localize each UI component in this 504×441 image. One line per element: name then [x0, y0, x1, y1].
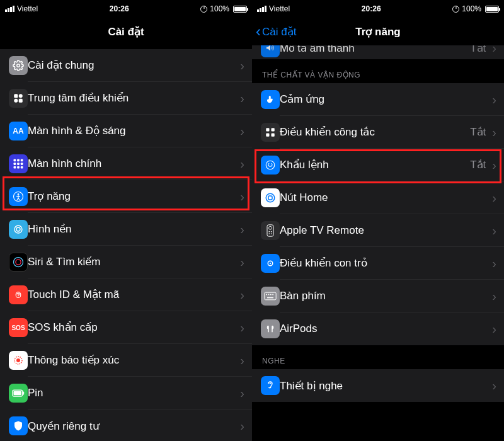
svg-rect-46 — [272, 294, 273, 295]
row-label: Apple TV Remote — [280, 224, 486, 237]
svg-point-29 — [266, 161, 275, 169]
svg-rect-5 — [14, 159, 16, 162]
row-sos[interactable]: SOS SOS khẩn cấp› — [0, 311, 252, 344]
clock-label: 20:26 — [110, 4, 129, 13]
siri-icon — [9, 253, 28, 272]
row-touch[interactable]: Cảm ứng› — [252, 83, 504, 116]
svg-point-18 — [14, 258, 23, 267]
row-label: SOS khẩn cấp — [28, 321, 234, 334]
chevron-left-icon: ‹ — [256, 24, 261, 39]
svg-rect-45 — [270, 294, 272, 295]
speech-icon — [261, 45, 280, 57]
chevron-right-icon: › — [240, 289, 244, 301]
home-button-icon — [261, 188, 280, 207]
row-privacy[interactable]: Quyền riêng tư› — [0, 410, 252, 441]
exposure-icon — [9, 351, 28, 370]
battery-icon — [233, 6, 247, 13]
settings-list[interactable]: Cài đặt chung› Trung tâm điều khiển› AA … — [0, 45, 252, 441]
row-wallpaper[interactable]: Hình nền› — [0, 213, 252, 246]
control-center-icon — [9, 89, 28, 108]
row-label: Điều khiển con trỏ — [280, 256, 486, 270]
chevron-right-icon: › — [492, 126, 496, 139]
back-label: Cài đặt — [262, 25, 296, 38]
signal-icon — [257, 6, 266, 12]
fingerprint-icon — [9, 285, 28, 304]
row-hearing-devices[interactable]: Thiết bị nghe› — [252, 369, 504, 402]
row-label: Trợ năng — [28, 190, 234, 203]
signal-icon — [5, 6, 14, 12]
svg-point-21 — [17, 359, 20, 362]
row-label: Màn hình chính — [28, 158, 234, 170]
row-label: Bàn phím — [280, 290, 486, 302]
row-label: Touch ID & Mật mã — [28, 288, 234, 301]
row-siri[interactable]: Siri & Tìm kiếm› — [0, 246, 252, 278]
chevron-right-icon: › — [240, 223, 244, 236]
row-label: Thiết bị nghe — [280, 379, 486, 392]
svg-rect-33 — [268, 196, 272, 200]
svg-rect-6 — [17, 159, 20, 162]
display-icon: AA — [9, 122, 28, 140]
alarm-icon — [452, 6, 459, 13]
svg-point-35 — [269, 226, 272, 229]
row-home-button[interactable]: Nút Home› — [252, 181, 504, 214]
airpods-icon — [261, 319, 280, 338]
chevron-right-icon: › — [492, 159, 496, 171]
svg-rect-25 — [266, 128, 269, 131]
row-label: Quyền riêng tư — [28, 420, 234, 433]
row-battery[interactable]: Pin› — [0, 377, 252, 410]
row-voice-control[interactable]: Khẩu lệnhTắt› — [252, 149, 504, 181]
row-label: Cài đặt chung — [28, 59, 234, 72]
row-exposure[interactable]: Thông báo tiếp xúc› — [0, 344, 252, 377]
row-control-center[interactable]: Trung tâm điều khiển› — [0, 82, 252, 115]
svg-point-16 — [16, 227, 20, 231]
chevron-right-icon: › — [492, 224, 496, 237]
svg-point-15 — [18, 193, 20, 195]
row-airpods[interactable]: AirPods› — [252, 312, 504, 345]
accessibility-list[interactable]: Mô tả âm thanhTắt› THỂ CHẤT VÀ VẬN ĐỘNG … — [252, 45, 504, 441]
row-label: AirPods — [280, 323, 486, 335]
row-accessibility[interactable]: Trợ năng› — [0, 180, 252, 213]
row-label: Khẩu lệnh — [280, 158, 464, 171]
row-general[interactable]: Cài đặt chung› — [0, 49, 252, 82]
row-apple-tv-remote[interactable]: Apple TV Remote› — [252, 214, 504, 247]
row-audio-desc[interactable]: Mô tả âm thanhTắt› — [252, 45, 504, 59]
svg-rect-28 — [272, 134, 275, 137]
row-switch-control[interactable]: Điều khiển công tắcTắt› — [252, 116, 504, 149]
carrier-label: Viettel — [17, 4, 38, 13]
svg-rect-12 — [17, 166, 20, 169]
accessibility-icon — [9, 187, 28, 206]
battery-pct: 100% — [462, 4, 481, 13]
row-touch-id[interactable]: Touch ID & Mật mã› — [0, 278, 252, 311]
home-screen-icon — [9, 154, 28, 173]
svg-rect-10 — [21, 163, 23, 165]
svg-point-39 — [271, 233, 272, 234]
back-button[interactable]: ‹ Cài đặt — [256, 24, 296, 39]
row-keyboard[interactable]: Bàn phím› — [252, 280, 504, 312]
voice-control-icon — [261, 156, 280, 175]
phone-right-accessibility: Viettel 20:26 100% ‹ Cài đặt Trợ năng Mô… — [252, 0, 504, 441]
gear-icon — [9, 56, 28, 75]
chevron-right-icon: › — [240, 190, 244, 203]
wallpaper-icon — [9, 220, 28, 239]
svg-rect-8 — [14, 163, 16, 165]
keyboard-icon — [261, 287, 280, 306]
remote-icon — [261, 221, 280, 240]
row-display[interactable]: AA Màn hình & Độ sáng› — [0, 115, 252, 147]
chevron-right-icon: › — [240, 92, 244, 105]
svg-rect-23 — [23, 392, 25, 395]
row-label: Mô tả âm thanh — [280, 45, 464, 55]
row-value: Tắt — [470, 45, 486, 55]
status-bar: Viettel 20:26 100% — [0, 0, 252, 18]
clock-label: 20:26 — [362, 4, 381, 13]
chevron-right-icon: › — [492, 192, 496, 204]
svg-point-17 — [14, 226, 22, 233]
row-label: Trung tâm điều khiển — [28, 91, 234, 105]
row-value: Tắt — [470, 125, 486, 139]
nav-title: Trợ năng — [355, 25, 400, 38]
chevron-right-icon: › — [492, 323, 496, 335]
chevron-right-icon: › — [240, 158, 244, 170]
row-label: Pin — [28, 387, 234, 399]
row-pointer-control[interactable]: Điều khiển con trỏ› — [252, 247, 504, 280]
row-home-screen[interactable]: Màn hình chính› — [0, 147, 252, 180]
svg-point-32 — [266, 193, 275, 202]
